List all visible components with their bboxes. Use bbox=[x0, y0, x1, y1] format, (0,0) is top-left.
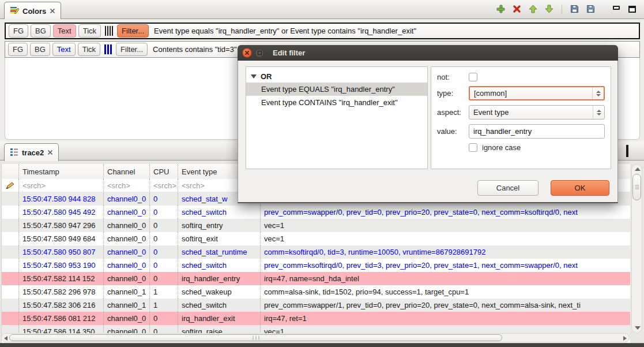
color-setting-row[interactable]: FG BG Text Tick Filter... Event type equ… bbox=[5, 23, 640, 39]
tab-trace2[interactable]: trace2 bbox=[4, 143, 59, 161]
tab-colors[interactable]: Colors bbox=[4, 2, 61, 20]
tree-item[interactable]: Event type EQUALS "irq_handler_entry" bbox=[246, 83, 427, 96]
text-button[interactable]: Text bbox=[53, 24, 76, 38]
header-channel[interactable]: Channel bbox=[104, 164, 150, 179]
cell-event-type[interactable]: sched_stat_runtime bbox=[178, 245, 261, 259]
cell-cpu[interactable]: 0 bbox=[150, 259, 178, 272]
cell-timestamp[interactable]: 15:50:47.582 296 978 bbox=[19, 285, 104, 299]
cell-contents[interactable]: prev_comm=swapper/1, prev_tid=0, prev_pr… bbox=[261, 299, 630, 312]
scroll-down-icon[interactable] bbox=[635, 326, 641, 330]
cell-row-header[interactable] bbox=[2, 245, 19, 259]
cell-row-header[interactable] bbox=[2, 299, 19, 312]
scroll-left-icon[interactable] bbox=[4, 336, 7, 341]
maximize-icon[interactable] bbox=[627, 4, 637, 14]
ignore-case-checkbox[interactable] bbox=[469, 143, 477, 152]
cell-channel[interactable]: channel0_1 bbox=[104, 285, 150, 299]
vertical-scrollbar-thumb[interactable] bbox=[632, 174, 641, 200]
cell-event-type[interactable]: irq_handler_entry bbox=[178, 272, 261, 285]
cell-row-header[interactable] bbox=[2, 192, 19, 206]
ok-button[interactable]: OK bbox=[551, 180, 609, 196]
cell-row-header[interactable] bbox=[2, 272, 19, 285]
cell-cpu[interactable]: 0 bbox=[150, 245, 178, 259]
cell-channel[interactable]: channel0_1 bbox=[104, 299, 150, 312]
cell-cpu[interactable]: 1 bbox=[150, 299, 178, 312]
cell-channel[interactable]: channel0_0 bbox=[104, 245, 150, 259]
cell-cpu[interactable]: 0 bbox=[150, 272, 178, 285]
cell-cpu[interactable]: 0 bbox=[150, 206, 178, 219]
table-row[interactable]: 15:50:47.582 114 152channel0_00irq_handl… bbox=[2, 272, 630, 285]
not-checkbox[interactable] bbox=[469, 73, 477, 81]
cell-event-type[interactable]: sched_wakeup bbox=[178, 285, 261, 299]
cell-contents[interactable]: vec=1 bbox=[261, 219, 630, 232]
cell-timestamp[interactable]: 15:50:47.582 306 216 bbox=[19, 299, 104, 312]
search-input-cpu[interactable]: <srch> bbox=[150, 179, 178, 192]
tab-close-icon[interactable] bbox=[47, 150, 53, 155]
header-cpu[interactable]: CPU bbox=[150, 164, 178, 179]
table-row[interactable]: 15:50:47.580 950 807channel0_00sched_sta… bbox=[2, 245, 630, 259]
scroll-right-icon[interactable] bbox=[623, 336, 627, 341]
vertical-scrollbar[interactable] bbox=[631, 164, 642, 333]
cell-cpu[interactable]: 0 bbox=[150, 312, 178, 325]
cell-event-type[interactable]: irq_handler_exit bbox=[178, 312, 261, 325]
table-row[interactable]: 15:50:47.580 947 296channel0_00softirq_e… bbox=[2, 219, 630, 232]
import-icon[interactable] bbox=[586, 4, 596, 14]
search-input-channel[interactable]: <srch> bbox=[104, 179, 150, 192]
move-down-icon[interactable] bbox=[544, 4, 554, 14]
cell-channel[interactable]: channel0_0 bbox=[104, 272, 150, 285]
cell-cpu[interactable]: 0 bbox=[150, 192, 178, 206]
tree-item[interactable]: Event type CONTAINS "irq_handler_exit" bbox=[246, 96, 427, 109]
table-row[interactable]: 15:50:47.580 945 492channel0_00sched_swi… bbox=[2, 206, 630, 219]
cell-contents[interactable]: irq=47, ret=1 bbox=[261, 312, 630, 325]
fg-button[interactable]: FG bbox=[9, 24, 28, 38]
table-row[interactable]: 15:50:47.586 081 212channel0_00irq_handl… bbox=[2, 312, 630, 325]
aspect-select[interactable]: Event type bbox=[469, 105, 605, 120]
cell-cpu[interactable]: 1 bbox=[150, 285, 178, 299]
spinner-icon[interactable] bbox=[592, 87, 604, 99]
cell-cpu[interactable]: 0 bbox=[150, 232, 178, 245]
spinner-icon[interactable] bbox=[593, 106, 604, 119]
cell-timestamp[interactable]: 15:50:47.580 945 492 bbox=[19, 206, 104, 219]
delete-icon[interactable] bbox=[512, 4, 522, 14]
horizontal-scrollbar[interactable] bbox=[1, 333, 630, 342]
cell-contents[interactable]: vec=1 bbox=[261, 232, 630, 245]
cell-channel[interactable]: channel0_0 bbox=[104, 219, 150, 232]
expand-arrow-icon[interactable] bbox=[251, 74, 257, 79]
cell-timestamp[interactable]: 15:50:47.580 950 807 bbox=[19, 245, 104, 259]
cell-timestamp[interactable]: 15:50:47.582 114 152 bbox=[19, 272, 104, 285]
cell-contents[interactable]: irq=47, name=snd_hda_intel bbox=[261, 272, 630, 285]
cell-channel[interactable]: channel0_0 bbox=[104, 232, 150, 245]
tree-node-or[interactable]: OR bbox=[246, 70, 427, 83]
cell-timestamp[interactable]: 15:50:47.580 949 684 bbox=[19, 232, 104, 245]
cell-row-header[interactable] bbox=[2, 285, 19, 299]
cancel-button[interactable]: Cancel bbox=[477, 180, 538, 196]
cell-channel[interactable]: channel0_0 bbox=[104, 192, 150, 206]
dialog-titlebar[interactable]: Edit filter bbox=[238, 45, 618, 61]
cell-timestamp[interactable]: 15:50:47.580 944 828 bbox=[19, 192, 104, 206]
tick-button[interactable]: Tick bbox=[78, 43, 100, 56]
cell-channel[interactable]: channel0_0 bbox=[104, 259, 150, 272]
cell-row-header[interactable] bbox=[2, 219, 19, 232]
cell-channel[interactable]: channel0_0 bbox=[104, 312, 150, 325]
bg-button[interactable]: BG bbox=[30, 43, 50, 56]
view-maximize-icon[interactable] bbox=[626, 147, 628, 156]
cell-event-type[interactable]: softirq_entry bbox=[178, 219, 261, 232]
bg-button[interactable]: BG bbox=[31, 24, 51, 38]
dialog-close-icon[interactable] bbox=[242, 48, 252, 58]
cell-contents[interactable]: comm=alsa-sink, tid=1502, prio=94, succe… bbox=[261, 285, 630, 299]
cell-row-header[interactable] bbox=[2, 259, 19, 272]
cell-event-type[interactable]: sched_switch bbox=[178, 206, 261, 219]
cell-channel[interactable]: channel0_0 bbox=[104, 206, 150, 219]
scroll-up-icon[interactable] bbox=[635, 167, 641, 171]
cell-contents[interactable]: prev_comm=swapper/0, prev_tid=0, prev_pr… bbox=[261, 206, 630, 219]
text-button[interactable]: Text bbox=[52, 43, 76, 56]
cell-row-header[interactable] bbox=[2, 232, 19, 245]
cell-row-header[interactable] bbox=[2, 312, 19, 325]
filter-button[interactable]: Filter... bbox=[116, 43, 148, 56]
value-input[interactable]: irq_handler_entry bbox=[469, 124, 605, 139]
type-select[interactable]: [common] bbox=[469, 86, 605, 100]
cell-contents[interactable]: prev_comm=ksoftirqd/0, prev_tid=3, prev_… bbox=[261, 259, 630, 272]
minimize-icon[interactable] bbox=[611, 4, 621, 14]
cell-event-type[interactable]: softirq_exit bbox=[178, 232, 261, 245]
search-input-timestamp[interactable]: <srch> bbox=[19, 179, 104, 192]
table-row[interactable]: 15:50:47.582 306 216channel0_11sched_swi… bbox=[2, 299, 630, 312]
